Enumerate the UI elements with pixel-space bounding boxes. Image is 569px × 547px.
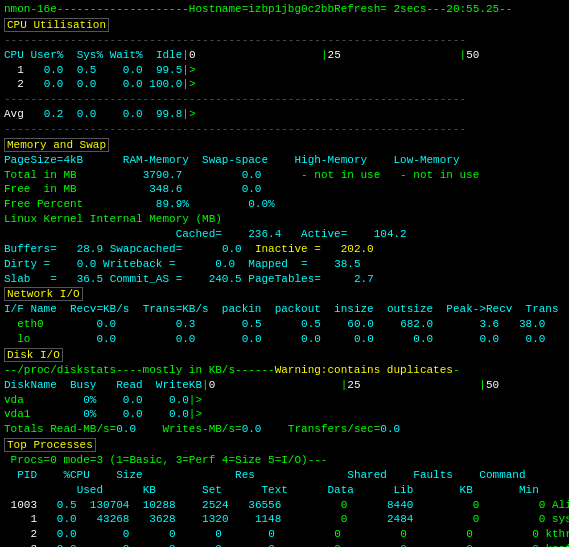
cpu-section-label: CPU Utilisation: [4, 18, 109, 32]
memory-columns: PageSize=4kB RAM-Memory Swap-space High-…: [4, 153, 565, 168]
cpu-section: CPU Utilisation ------------------------…: [4, 17, 565, 137]
kernel-header: Linux Kernel Internal Memory (MB): [4, 212, 565, 227]
network-section: Network I/O I/F Name Recv=KB/s Trans=KB/…: [4, 286, 565, 347]
top-row-1: 1 0.0 43268 3628 1320 1148 0 2484 0 0 sy…: [4, 512, 565, 527]
memory-slab: Slab = 36.5 Commit_AS = 240.5 PageTables…: [4, 272, 565, 287]
memory-free-pct: Free Percent 89.9% 0.0%: [4, 197, 565, 212]
top-processes-label: Top Processes: [4, 438, 96, 452]
network-lo: lo 0.0 0.0 0.0 0.0 0.0 0.0 0.0 0.0: [4, 332, 565, 347]
disk-totals: Totals Read-MB/s=0.0 Writes-MB/s=0.0 Tra…: [4, 422, 565, 437]
network-section-label: Network I/O: [4, 287, 83, 301]
top-row-2: 2 0.0 0 0 0 0 0 0 0 0 kthreadd: [4, 527, 565, 542]
top-row-3: 3 0.0 0 0 0 0 0 0 0 0 ksoftirqd/0: [4, 542, 565, 547]
memory-cached: Cached= 236.4 Active= 104.2: [4, 227, 565, 242]
cpu-row-1: 1 0.0 0.5 0.0 99.5|> |: [4, 63, 565, 78]
memory-free: Free in MB 348.6 0.0: [4, 182, 565, 197]
disk-vda1: vda1 0% 0.0 0.0|> |: [4, 407, 565, 422]
top-processes-header-line: Procs=0 mode=3 (1=Basic, 3=Perf 4=Size 5…: [4, 453, 565, 468]
cpu-header: CPU User% Sys% Wait% Idle|0 |25 |50 |75 …: [4, 48, 565, 63]
network-header: I/F Name Recv=KB/s Trans=KB/s packin pac…: [4, 302, 565, 317]
disk-section: Disk I/O --/proc/diskstats----mostly in …: [4, 347, 565, 437]
disk-header: DiskName Busy Read WriteKB|0 |25 |50 |75…: [4, 378, 565, 393]
top-row-1003: 1003 0.5 130704 10288 2524 36556 0 8440 …: [4, 498, 565, 513]
memory-total: Total in MB 3790.7 0.0 - not in use - no…: [4, 168, 565, 183]
cpu-divider3: ----------------------------------------…: [4, 122, 565, 137]
memory-buffers: Buffers= 28.9 Swapcached= 0.0 Inactive =…: [4, 242, 565, 257]
memory-section-label: Memory and Swap: [4, 138, 109, 152]
memory-dirty: Dirty = 0.0 Writeback = 0.0 Mapped = 38.…: [4, 257, 565, 272]
cpu-row-2: 2 0.0 0.0 0.0 100.0|> |: [4, 77, 565, 92]
network-eth0: eth0 0.0 0.3 0.5 0.5 60.0 682.0 3.6 38.0: [4, 317, 565, 332]
cpu-divider2: ----------------------------------------…: [4, 92, 565, 107]
top-processes-cols2: Used KB Set Text Data Lib KB Min Maj: [4, 483, 565, 498]
cpu-avg: Avg 0.2 0.0 0.0 99.8|> |: [4, 107, 565, 122]
disk-path-warning: --/proc/diskstats----mostly in KB/s-----…: [4, 363, 565, 378]
disk-section-label: Disk I/O: [4, 348, 63, 362]
top-processes-section: Top Processes Procs=0 mode=3 (1=Basic, 3…: [4, 437, 565, 547]
top-processes-cols: PID %CPU Size Res Shared Faults Command: [4, 468, 565, 483]
header-line: nmon-16e--------------------Hostname=izb…: [4, 2, 565, 17]
disk-vda: vda 0% 0.0 0.0|> |: [4, 393, 565, 408]
screen: nmon-16e--------------------Hostname=izb…: [0, 0, 569, 547]
memory-section: Memory and Swap PageSize=4kB RAM-Memory …: [4, 137, 565, 287]
cpu-divider: ----------------------------------------…: [4, 33, 565, 48]
